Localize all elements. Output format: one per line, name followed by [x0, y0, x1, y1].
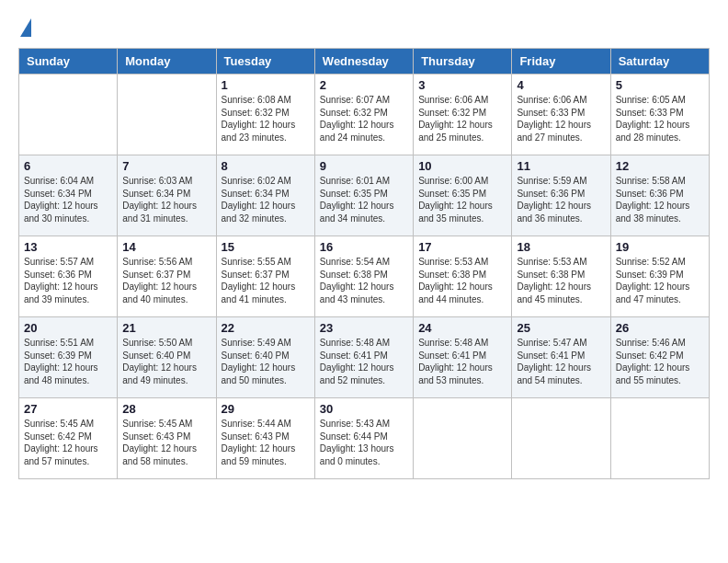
day-number: 10 [418, 159, 506, 173]
calendar-day-cell: 19Sunrise: 5:52 AMSunset: 6:39 PMDayligh… [610, 236, 709, 317]
day-number: 2 [320, 78, 408, 92]
day-info: Sunrise: 5:48 AMSunset: 6:41 PMDaylight:… [320, 337, 408, 386]
day-info: Sunrise: 6:06 AMSunset: 6:32 PMDaylight:… [418, 94, 506, 144]
calendar-day-cell: 11Sunrise: 5:59 AMSunset: 6:36 PMDayligh… [512, 155, 610, 236]
day-info: Sunrise: 5:59 AMSunset: 6:36 PMDaylight:… [517, 175, 605, 224]
calendar-day-cell: 15Sunrise: 5:55 AMSunset: 6:37 PMDayligh… [216, 236, 314, 317]
day-number: 18 [517, 240, 605, 254]
day-number: 14 [122, 240, 210, 254]
calendar-day-cell: 10Sunrise: 6:00 AMSunset: 6:35 PMDayligh… [414, 155, 512, 236]
calendar-day-cell: 26Sunrise: 5:46 AMSunset: 6:42 PMDayligh… [610, 317, 709, 398]
day-of-week-header: Thursday [414, 49, 512, 75]
day-of-week-header: Wednesday [314, 49, 413, 75]
day-info: Sunrise: 5:52 AMSunset: 6:39 PMDaylight:… [616, 256, 704, 305]
calendar-day-cell: 14Sunrise: 5:56 AMSunset: 6:37 PMDayligh… [118, 236, 216, 317]
day-info: Sunrise: 6:01 AMSunset: 6:35 PMDaylight:… [320, 175, 408, 224]
day-info: Sunrise: 5:47 AMSunset: 6:41 PMDaylight:… [517, 337, 605, 386]
day-number: 16 [320, 240, 408, 254]
day-number: 12 [616, 159, 704, 173]
calendar-week-row: 13Sunrise: 5:57 AMSunset: 6:36 PMDayligh… [19, 236, 710, 317]
calendar-week-row: 27Sunrise: 5:45 AMSunset: 6:42 PMDayligh… [19, 398, 710, 479]
calendar-day-cell: 9Sunrise: 6:01 AMSunset: 6:35 PMDaylight… [314, 155, 413, 236]
day-info: Sunrise: 6:00 AMSunset: 6:35 PMDaylight:… [418, 175, 506, 224]
day-number: 24 [418, 321, 506, 335]
day-info: Sunrise: 6:08 AMSunset: 6:32 PMDaylight:… [222, 94, 310, 144]
day-info: Sunrise: 6:04 AMSunset: 6:34 PMDaylight:… [24, 175, 112, 224]
day-info: Sunrise: 5:54 AMSunset: 6:38 PMDaylight:… [320, 256, 408, 305]
calendar-day-cell: 6Sunrise: 6:04 AMSunset: 6:34 PMDaylight… [19, 155, 118, 236]
day-number: 4 [517, 78, 605, 92]
day-number: 15 [222, 240, 310, 254]
calendar-day-cell: 25Sunrise: 5:47 AMSunset: 6:41 PMDayligh… [512, 317, 610, 398]
day-number: 21 [122, 321, 210, 335]
day-number: 11 [517, 159, 605, 173]
day-info: Sunrise: 6:02 AMSunset: 6:34 PMDaylight:… [222, 175, 310, 224]
calendar-week-row: 6Sunrise: 6:04 AMSunset: 6:34 PMDaylight… [19, 155, 710, 236]
calendar-table: SundayMondayTuesdayWednesdayThursdayFrid… [18, 48, 710, 479]
day-info: Sunrise: 5:44 AMSunset: 6:43 PMDaylight:… [222, 418, 310, 467]
calendar-day-cell: 3Sunrise: 6:06 AMSunset: 6:32 PMDaylight… [414, 75, 512, 155]
day-number: 9 [320, 159, 408, 173]
day-number: 26 [616, 321, 704, 335]
day-info: Sunrise: 6:05 AMSunset: 6:33 PMDaylight:… [616, 94, 704, 144]
calendar-day-cell: 13Sunrise: 5:57 AMSunset: 6:36 PMDayligh… [19, 236, 118, 317]
calendar-day-cell: 4Sunrise: 6:06 AMSunset: 6:33 PMDaylight… [512, 75, 610, 155]
day-of-week-header: Saturday [610, 49, 709, 75]
calendar-week-row: 1Sunrise: 6:08 AMSunset: 6:32 PMDaylight… [19, 75, 710, 155]
day-info: Sunrise: 5:51 AMSunset: 6:39 PMDaylight:… [24, 337, 112, 386]
calendar-day-cell: 29Sunrise: 5:44 AMSunset: 6:43 PMDayligh… [216, 398, 314, 479]
day-number: 8 [222, 159, 310, 173]
day-info: Sunrise: 5:55 AMSunset: 6:37 PMDaylight:… [222, 256, 310, 305]
day-info: Sunrise: 5:57 AMSunset: 6:36 PMDaylight:… [24, 256, 112, 305]
day-of-week-header: Friday [512, 49, 610, 75]
day-info: Sunrise: 6:07 AMSunset: 6:32 PMDaylight:… [320, 94, 408, 144]
day-info: Sunrise: 5:50 AMSunset: 6:40 PMDaylight:… [122, 337, 210, 386]
day-info: Sunrise: 5:58 AMSunset: 6:36 PMDaylight:… [616, 175, 704, 224]
calendar-day-cell: 16Sunrise: 5:54 AMSunset: 6:38 PMDayligh… [314, 236, 413, 317]
day-number: 3 [418, 78, 506, 92]
calendar-day-cell: 21Sunrise: 5:50 AMSunset: 6:40 PMDayligh… [118, 317, 216, 398]
calendar-day-cell: 22Sunrise: 5:49 AMSunset: 6:40 PMDayligh… [216, 317, 314, 398]
calendar-day-cell: 23Sunrise: 5:48 AMSunset: 6:41 PMDayligh… [314, 317, 413, 398]
day-number: 29 [222, 402, 310, 416]
day-info: Sunrise: 5:49 AMSunset: 6:40 PMDaylight:… [222, 337, 310, 386]
calendar-day-cell: 18Sunrise: 5:53 AMSunset: 6:38 PMDayligh… [512, 236, 610, 317]
calendar-week-row: 20Sunrise: 5:51 AMSunset: 6:39 PMDayligh… [19, 317, 710, 398]
day-number: 7 [122, 159, 210, 173]
day-number: 27 [24, 402, 112, 416]
day-info: Sunrise: 5:43 AMSunset: 6:44 PMDaylight:… [320, 418, 408, 467]
day-number: 25 [517, 321, 605, 335]
calendar-day-cell: 24Sunrise: 5:48 AMSunset: 6:41 PMDayligh… [414, 317, 512, 398]
calendar-day-cell: 17Sunrise: 5:53 AMSunset: 6:38 PMDayligh… [414, 236, 512, 317]
day-number: 19 [616, 240, 704, 254]
day-info: Sunrise: 5:48 AMSunset: 6:41 PMDaylight:… [418, 337, 506, 386]
calendar-day-cell: 28Sunrise: 5:45 AMSunset: 6:43 PMDayligh… [118, 398, 216, 479]
day-info: Sunrise: 5:53 AMSunset: 6:38 PMDaylight:… [517, 256, 605, 305]
day-info: Sunrise: 6:06 AMSunset: 6:33 PMDaylight:… [517, 94, 605, 144]
calendar-day-cell: 1Sunrise: 6:08 AMSunset: 6:32 PMDaylight… [216, 75, 314, 155]
page-header [18, 18, 710, 39]
day-of-week-header: Monday [118, 49, 216, 75]
logo [18, 18, 35, 39]
calendar-day-cell: 27Sunrise: 5:45 AMSunset: 6:42 PMDayligh… [19, 398, 118, 479]
day-info: Sunrise: 5:45 AMSunset: 6:42 PMDaylight:… [24, 418, 112, 467]
calendar-day-cell: 2Sunrise: 6:07 AMSunset: 6:32 PMDaylight… [314, 75, 413, 155]
calendar-day-cell: 7Sunrise: 6:03 AMSunset: 6:34 PMDaylight… [118, 155, 216, 236]
calendar-day-cell: 12Sunrise: 5:58 AMSunset: 6:36 PMDayligh… [610, 155, 709, 236]
day-number: 23 [320, 321, 408, 335]
calendar-day-cell [19, 75, 118, 155]
day-number: 13 [24, 240, 112, 254]
day-of-week-header: Sunday [19, 49, 118, 75]
day-of-week-header: Tuesday [216, 49, 314, 75]
calendar-day-cell: 5Sunrise: 6:05 AMSunset: 6:33 PMDaylight… [610, 75, 709, 155]
calendar-day-cell: 20Sunrise: 5:51 AMSunset: 6:39 PMDayligh… [19, 317, 118, 398]
calendar-header-row: SundayMondayTuesdayWednesdayThursdayFrid… [19, 49, 710, 75]
calendar-day-cell [512, 398, 610, 479]
day-number: 1 [222, 78, 310, 92]
day-number: 6 [24, 159, 112, 173]
day-number: 20 [24, 321, 112, 335]
day-number: 17 [418, 240, 506, 254]
day-number: 28 [122, 402, 210, 416]
day-info: Sunrise: 5:46 AMSunset: 6:42 PMDaylight:… [616, 337, 704, 386]
day-info: Sunrise: 5:56 AMSunset: 6:37 PMDaylight:… [122, 256, 210, 305]
